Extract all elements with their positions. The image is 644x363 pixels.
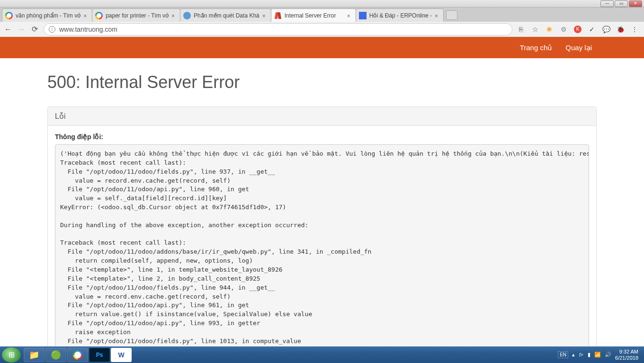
taskbar-photoshop-icon[interactable]: Ps (89, 348, 110, 362)
tab-title: Internal Server Error (285, 12, 344, 19)
tray-volume-icon[interactable]: 🔊 (605, 352, 611, 358)
url-text: www.tantruong.com (59, 26, 117, 33)
windows-taskbar: ⊞ 📁 🟢 Ps W EN ▴ 🏳 ▮ 📶 🔊 9:32 AM 6/21/201… (0, 346, 644, 363)
extension-icon[interactable]: 💬 (602, 26, 610, 33)
browser-tab-bar: văn phòng phẩm - Tìm vớ × paper for prin… (0, 8, 644, 22)
window-titlebar: — ▭ ✕ (0, 0, 644, 8)
error-traceback: ('Hoạt động bạn yêu cầu không thể thực h… (55, 144, 589, 360)
browser-tab[interactable]: văn phòng phẩm - Tìm vớ × (2, 9, 92, 22)
clock-time: 9:32 AM (615, 349, 638, 355)
tab-title: Hỏi & Đáp - ERPOnline - (369, 12, 432, 19)
site-icon (183, 12, 191, 19)
language-indicator[interactable]: EN (558, 351, 568, 358)
browser-tab[interactable]: Phần mềm quét Data Khá × (180, 9, 271, 22)
new-tab-button[interactable] (446, 10, 457, 20)
window-close-button[interactable]: ✕ (629, 0, 642, 7)
nav-back-link[interactable]: Quay lại (565, 44, 592, 52)
close-icon[interactable]: × (83, 13, 89, 18)
extension-icon[interactable]: ✓ (588, 26, 596, 33)
site-icon (359, 12, 367, 19)
taskbar-chrome-icon[interactable] (67, 348, 88, 362)
panel-heading: Lỗi (48, 107, 596, 126)
extension-icons: ⎘ ☆ ❋ ⚙ K ✓ 💬 🐞 ⋮ (517, 26, 640, 33)
taskbar-app-icon[interactable]: 🟢 (45, 348, 66, 362)
extension-icon[interactable]: ❋ (546, 26, 553, 33)
browser-tab-active[interactable]: Internal Server Error × (271, 9, 356, 22)
system-tray: EN ▴ 🏳 ▮ 📶 🔊 9:32 AM 6/21/2018 (558, 349, 642, 361)
site-info-icon[interactable]: i (49, 26, 55, 33)
google-icon (95, 12, 103, 19)
error-panel: Lỗi Thông điệp lỗi: ('Hoạt động bạn yêu … (47, 106, 597, 361)
tab-title: Phần mềm quét Data Khá (194, 12, 259, 19)
tray-chevron-up-icon[interactable]: ▴ (572, 352, 575, 358)
tray-network-icon[interactable]: 📶 (594, 352, 601, 358)
google-icon (5, 12, 13, 19)
tray-battery-icon[interactable]: ▮ (588, 352, 590, 358)
page-content: 500: Internal Server Error Lỗi Thông điệ… (0, 58, 644, 361)
forward-button[interactable]: → (17, 25, 26, 34)
close-icon[interactable]: × (347, 13, 353, 18)
close-icon[interactable]: × (262, 13, 268, 18)
menu-icon[interactable]: ⋮ (631, 26, 638, 33)
site-navbar: Trang chủ Quay lại (0, 37, 644, 58)
page-title: 500: Internal Server Error (47, 72, 597, 92)
browser-toolbar: ← → ⟳ i www.tantruong.com ⎘ ☆ ❋ ⚙ K ✓ 💬 … (0, 22, 644, 37)
browser-tab[interactable]: paper for printer - Tìm vớ × (92, 9, 180, 22)
bookmark-icon[interactable]: ☆ (531, 26, 539, 33)
extension-icon[interactable]: ⚙ (560, 26, 567, 33)
address-bar[interactable]: i www.tantruong.com (44, 23, 512, 35)
tab-title: văn phòng phẩm - Tìm vớ (16, 12, 80, 19)
back-button[interactable]: ← (4, 25, 12, 34)
close-icon[interactable]: × (435, 13, 440, 18)
clock-date: 6/21/2018 (615, 355, 638, 361)
extension-icon[interactable]: 🐞 (617, 26, 624, 33)
taskbar-explorer-icon[interactable]: 📁 (24, 348, 45, 362)
extension-icon[interactable]: K (574, 26, 581, 33)
close-icon[interactable]: × (171, 13, 177, 18)
taskbar-word-icon[interactable]: W (111, 348, 132, 362)
reload-button[interactable]: ⟳ (30, 25, 39, 34)
start-button[interactable]: ⊞ (2, 347, 21, 363)
nav-home-link[interactable]: Trang chủ (520, 44, 553, 52)
odoo-icon (274, 12, 282, 19)
window-minimize-button[interactable]: — (600, 0, 614, 7)
browser-tab[interactable]: Hỏi & Đáp - ERPOnline - × (356, 9, 444, 22)
panel-body: Thông điệp lỗi: ('Hoạt động bạn yêu cầu … (48, 126, 596, 361)
window-maximize-button[interactable]: ▭ (615, 0, 628, 7)
translate-icon[interactable]: ⎘ (517, 26, 525, 33)
tray-flag-icon[interactable]: 🏳 (579, 352, 584, 358)
error-message-label: Thông điệp lỗi: (55, 133, 589, 141)
tab-title: paper for printer - Tìm vớ (106, 12, 169, 19)
taskbar-clock[interactable]: 9:32 AM 6/21/2018 (615, 349, 638, 361)
